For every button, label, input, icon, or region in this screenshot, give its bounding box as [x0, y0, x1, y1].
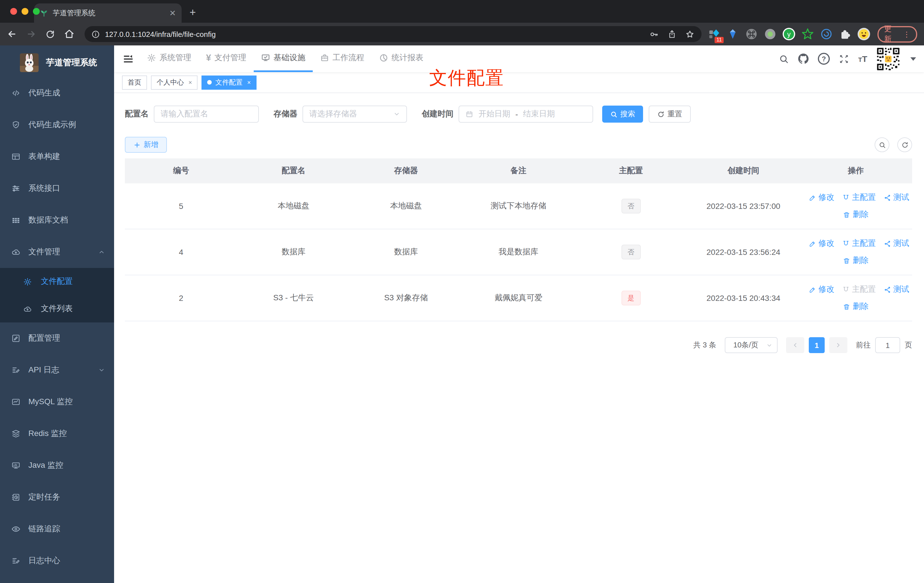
next-page-button[interactable]: [829, 337, 847, 353]
refresh-icon: [657, 111, 665, 118]
sidebar-item-log-center[interactable]: 日志中心: [0, 545, 114, 577]
date-range-picker[interactable]: 开始日期 - 结束日期: [459, 106, 593, 122]
master-config-link[interactable]: 主配置: [842, 192, 876, 203]
extension-green-dot-icon[interactable]: [763, 27, 777, 41]
sidebar-item-tracing[interactable]: 链路追踪: [0, 513, 114, 545]
tag-close-icon[interactable]: ×: [188, 79, 192, 86]
table-refresh-button[interactable]: [897, 137, 912, 152]
tag-close-icon[interactable]: ×: [247, 79, 251, 86]
tab-close-icon[interactable]: ✕: [170, 8, 176, 18]
sidebar-item-form-builder[interactable]: 表单构建: [0, 141, 114, 173]
forward-icon[interactable]: [26, 29, 36, 39]
test-link[interactable]: 测试: [884, 284, 909, 295]
page-number-current[interactable]: 1: [809, 337, 825, 353]
browser-update-button[interactable]: 更新 ⋮: [878, 26, 917, 42]
back-icon[interactable]: [7, 29, 17, 39]
top-menu-reports[interactable]: 统计报表: [372, 45, 431, 72]
tag-home[interactable]: 首页: [122, 75, 147, 89]
sidebar-item-file-management[interactable]: 文件管理: [0, 236, 114, 268]
monitor-check-icon: [261, 53, 270, 63]
master-config-link[interactable]: 主配置: [842, 238, 876, 249]
reload-icon[interactable]: [45, 29, 55, 39]
sidebar-item-redis-monitor[interactable]: Redis 监控: [0, 418, 114, 449]
extension-star-icon[interactable]: [801, 27, 815, 41]
github-icon[interactable]: [798, 53, 809, 64]
top-menu-label: 统计报表: [392, 53, 423, 63]
sidebar-item-scheduled-tasks[interactable]: 定时任务: [0, 481, 114, 513]
sidebar-item-mysql-monitor[interactable]: MySQL 监控: [0, 386, 114, 418]
avatar-caret-icon[interactable]: [911, 57, 916, 61]
zoom-window-button[interactable]: [33, 8, 40, 15]
delete-link[interactable]: 删除: [843, 301, 869, 312]
add-button[interactable]: 新增: [125, 137, 167, 153]
url-text[interactable]: 127.0.0.1:1024/infra/file/file-config: [105, 30, 216, 38]
test-link[interactable]: 测试: [884, 238, 909, 249]
sidebar-item-config-management[interactable]: 配置管理: [0, 322, 114, 354]
sidebar-item-label: Redis 监控: [28, 429, 67, 439]
fullscreen-icon[interactable]: [839, 54, 849, 64]
main-area: 系统管理 ¥ 支付管理 基础设施 工作流程 统计报表: [114, 45, 924, 583]
search-icon[interactable]: [779, 54, 789, 64]
home-icon[interactable]: [64, 29, 74, 39]
extension-translate-icon[interactable]: 11: [707, 27, 721, 41]
prev-page-button[interactable]: [786, 337, 804, 353]
bookmark-star-icon[interactable]: [685, 29, 695, 39]
col-storage: 存储器: [350, 159, 462, 183]
search-button[interactable]: 搜索: [602, 106, 643, 122]
top-menu-workflow[interactable]: 工作流程: [313, 45, 372, 72]
top-menu-payment[interactable]: ¥ 支付管理: [199, 45, 254, 72]
log-center-icon: [12, 556, 20, 565]
delete-link[interactable]: 删除: [843, 256, 869, 266]
chevron-up-icon: [98, 249, 105, 256]
sidebar-fold-icon[interactable]: [122, 53, 134, 64]
edit-link[interactable]: 修改: [809, 238, 834, 249]
extension-eye-icon[interactable]: [820, 27, 833, 41]
table-search-toggle-button[interactable]: [874, 137, 889, 152]
sidebar-logo[interactable]: 芋道管理系统: [0, 45, 114, 77]
goto-page-input[interactable]: 1: [875, 337, 900, 353]
sidebar-item-label: 日志中心: [28, 556, 60, 566]
window-controls[interactable]: [10, 8, 40, 15]
extensions-puzzle-icon[interactable]: [838, 27, 852, 41]
new-tab-button[interactable]: +: [190, 6, 196, 19]
reset-button[interactable]: 重置: [649, 106, 691, 122]
site-info-icon[interactable]: [91, 30, 100, 38]
sidebar-item-file-list[interactable]: 文件列表: [0, 295, 114, 322]
browser-tab[interactable]: 芋道管理系统 ✕: [34, 3, 182, 23]
config-name-input[interactable]: 请输入配置名: [154, 106, 259, 122]
close-window-button[interactable]: [10, 8, 17, 15]
extension-command-icon[interactable]: [745, 27, 758, 41]
gear-icon: [147, 53, 156, 63]
test-link[interactable]: 测试: [884, 192, 909, 203]
sidebar-item-api-log[interactable]: API 日志: [0, 354, 114, 386]
font-size-icon[interactable]: TT: [858, 54, 867, 64]
sidebar-item-db-doc[interactable]: 数据库文档: [0, 204, 114, 236]
page-size-select[interactable]: 10条/页: [725, 337, 777, 353]
top-menu-label: 支付管理: [214, 53, 246, 63]
browser-menu-icon[interactable]: ⋮: [903, 30, 911, 38]
help-icon[interactable]: ?: [818, 53, 830, 65]
sidebar-item-code-gen-demo[interactable]: 代码生成示例: [0, 109, 114, 141]
top-menu-system[interactable]: 系统管理: [140, 45, 199, 72]
tag-profile[interactable]: 个人中心 ×: [151, 75, 198, 89]
sidebar-item-code-gen[interactable]: 代码生成: [0, 77, 114, 109]
sidebar-item-java-monitor[interactable]: Java 监控: [0, 449, 114, 481]
minimize-window-button[interactable]: [21, 8, 28, 15]
delete-link[interactable]: 删除: [843, 210, 869, 220]
user-avatar-qr[interactable]: [876, 47, 900, 71]
top-menu-infrastructure[interactable]: 基础设施: [254, 45, 313, 72]
edit-link[interactable]: 修改: [809, 192, 834, 203]
extension-gem-icon[interactable]: [726, 27, 739, 41]
sidebar-item-system-api[interactable]: 系统接口: [0, 173, 114, 204]
extension-y-icon[interactable]: y: [782, 27, 796, 41]
navbar-actions: ? TT: [779, 47, 916, 71]
reset-button-label: 重置: [667, 109, 682, 119]
share-icon[interactable]: [667, 30, 676, 39]
sidebar-item-file-config[interactable]: 文件配置: [0, 268, 114, 295]
tag-file-config[interactable]: 文件配置 ×: [202, 75, 257, 89]
url-bar[interactable]: 127.0.0.1:1024/infra/file/file-config: [84, 26, 701, 42]
profile-emoji-icon[interactable]: [857, 27, 871, 41]
storage-select[interactable]: 请选择存储器: [302, 106, 407, 122]
edit-link[interactable]: 修改: [809, 284, 834, 295]
password-key-icon[interactable]: [649, 29, 659, 39]
